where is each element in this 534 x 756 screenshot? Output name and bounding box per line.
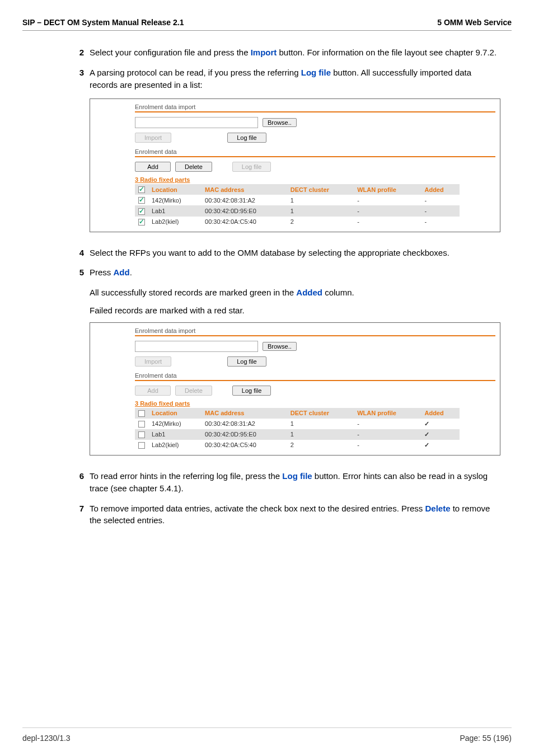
file-path-input[interactable]: [135, 341, 258, 352]
shot2-section-data: Enrolment data: [135, 372, 495, 381]
step-5-text-a: Press: [90, 267, 114, 277]
import-button[interactable]: Import: [135, 356, 171, 367]
row-checkbox[interactable]: [138, 442, 145, 449]
screenshot-enrolment-import-2: Enrolment data import Browse.. Import Lo…: [90, 322, 500, 456]
row-checkbox[interactable]: [138, 421, 145, 428]
logfile-button[interactable]: Log file: [227, 133, 266, 143]
enrolment-table-2: Location MAC address DECT cluster WLAN p…: [135, 408, 460, 450]
col-dect: DECT cluster: [287, 184, 354, 195]
cell-dect: 1: [287, 419, 354, 429]
shot1-count: 3 Radio fixed parts: [135, 176, 495, 183]
step-3: 3 A parsing protocol can be read, if you…: [73, 67, 500, 91]
step-2-body: Select your configuration file and press…: [90, 46, 500, 59]
step-4-number: 4: [73, 247, 90, 259]
cell-wlan: -: [354, 217, 421, 227]
step-2: 2 Select your configuration file and pre…: [73, 46, 500, 59]
step-6: 6 To read error hints in the referring l…: [73, 470, 500, 495]
step-6-text-a: To read error hints in the referring log…: [90, 471, 282, 481]
logfile-button-2[interactable]: Log file: [232, 386, 271, 396]
logfile-button-2[interactable]: Log file: [232, 162, 271, 172]
logfile-button[interactable]: Log file: [227, 356, 266, 367]
import-keyword: Import: [251, 48, 277, 57]
step-3-text-a: A parsing protocol can be read, if you p…: [90, 68, 301, 77]
cell-mac: 00:30:42:0D:95:E0: [202, 205, 287, 216]
header-checkbox[interactable]: [138, 186, 145, 193]
browse-button[interactable]: Browse..: [263, 118, 297, 127]
cell-added: ✓: [421, 419, 459, 429]
screenshot-enrolment-import-1: Enrolment data import Browse.. Import Lo…: [90, 98, 500, 232]
row-checkbox[interactable]: [138, 197, 145, 204]
content-area: 2 Select your configuration file and pre…: [22, 46, 512, 527]
delete-button[interactable]: Delete: [175, 386, 212, 396]
table-row: 142(Mirko) 00:30:42:08:31:A2 1 - -: [135, 195, 460, 205]
cell-mac: 00:30:42:08:31:A2: [202, 419, 287, 429]
col-dect: DECT cluster: [287, 408, 354, 419]
step-4-body: Select the RFPs you want to add to the O…: [90, 247, 500, 259]
cell-wlan: -: [354, 195, 421, 205]
step-5-line2-a: All successfully stored records are mark…: [90, 288, 296, 297]
enrolment-table-1: Location MAC address DECT cluster WLAN p…: [135, 184, 460, 227]
table-row: Lab2(kiel) 00:30:42:0A:C5:40 2 - ✓: [135, 440, 460, 450]
cell-location: 142(Mirko): [148, 195, 202, 205]
delete-button[interactable]: Delete: [175, 162, 212, 172]
shot2-section-import: Enrolment data import: [135, 327, 495, 336]
cell-added: -: [421, 205, 459, 216]
step-5-line2-b: column.: [322, 288, 354, 297]
add-keyword: Add: [114, 267, 130, 277]
cell-added: ✓: [421, 429, 459, 440]
shot1-section-import: Enrolment data import: [135, 104, 495, 112]
cell-mac: 00:30:42:0A:C5:40: [202, 217, 287, 227]
cell-added: -: [421, 217, 459, 227]
cell-dect: 2: [287, 440, 354, 450]
shot2-count: 3 Radio fixed parts: [135, 400, 495, 407]
col-mac: MAC address: [202, 184, 287, 195]
cell-mac: 00:30:42:0D:95:E0: [202, 429, 287, 440]
col-location: Location: [148, 408, 202, 419]
row-checkbox[interactable]: [138, 208, 145, 215]
step-5-text-b: .: [130, 267, 132, 277]
cell-dect: 1: [287, 195, 354, 205]
cell-wlan: -: [354, 205, 421, 216]
step-4: 4 Select the RFPs you want to add to the…: [73, 247, 500, 259]
logfile-keyword-2: Log file: [282, 471, 312, 481]
cell-wlan: -: [354, 440, 421, 450]
step-2-text-a: Select your configuration file and press…: [90, 48, 251, 57]
table-row: Lab2(kiel) 00:30:42:0A:C5:40 2 - -: [135, 217, 460, 227]
col-added: Added: [421, 408, 459, 419]
row-checkbox[interactable]: [138, 431, 145, 438]
step-7: 7 To remove imported data entries, activ…: [73, 503, 500, 527]
logfile-keyword: Log file: [301, 68, 331, 77]
cell-added: ✓: [421, 440, 459, 450]
step-7-text-a: To remove imported data entries, activat…: [90, 504, 425, 513]
cell-dect: 1: [287, 205, 354, 216]
add-button[interactable]: Add: [135, 386, 171, 396]
file-path-input[interactable]: [135, 117, 258, 128]
shot1-section-data: Enrolment data: [135, 148, 495, 157]
cell-location: 142(Mirko): [148, 419, 202, 429]
step-6-body: To read error hints in the referring log…: [90, 470, 500, 495]
step-7-body: To remove imported data entries, activat…: [90, 503, 500, 527]
step-2-number: 2: [73, 46, 90, 59]
import-button[interactable]: Import: [135, 133, 171, 143]
col-added: Added: [421, 184, 459, 195]
table-row: Lab1 00:30:42:0D:95:E0 1 - -: [135, 205, 460, 216]
step-5: 5 Press Add.: [73, 266, 500, 279]
step-5-body: Press Add.: [90, 266, 500, 279]
step-3-number: 3: [73, 67, 90, 91]
table-row: Lab1 00:30:42:0D:95:E0 1 - ✓: [135, 429, 460, 440]
page-footer: depl-1230/1.3 Page: 55 (196): [22, 727, 512, 743]
cell-dect: 2: [287, 217, 354, 227]
browse-button[interactable]: Browse..: [263, 342, 297, 351]
added-keyword: Added: [296, 288, 322, 297]
col-mac: MAC address: [202, 408, 287, 419]
step-5-line2: All successfully stored records are mark…: [90, 287, 500, 299]
row-checkbox[interactable]: [138, 219, 145, 226]
step-2-text-b: button. For information on the file layo…: [277, 48, 496, 57]
page-header: SIP – DECT OM System Manual Release 2.1 …: [22, 18, 512, 31]
cell-location: Lab2(kiel): [148, 217, 202, 227]
add-button[interactable]: Add: [135, 162, 171, 172]
cell-location: Lab1: [148, 205, 202, 216]
step-3-body: A parsing protocol can be read, if you p…: [90, 67, 500, 91]
cell-wlan: -: [354, 429, 421, 440]
header-checkbox[interactable]: [138, 410, 145, 417]
